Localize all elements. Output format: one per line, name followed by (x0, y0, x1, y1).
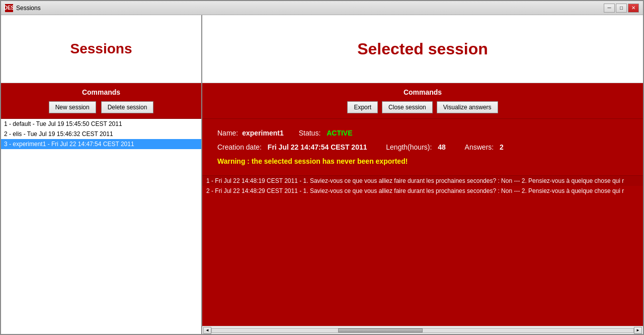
close-button[interactable]: ✕ (628, 4, 639, 13)
close-session-button[interactable]: Close session (382, 101, 433, 113)
name-label: Name: (217, 129, 238, 137)
right-commands-panel: Commands Export Close session Visualize … (202, 83, 643, 119)
restore-button[interactable]: □ (616, 4, 627, 13)
session-details: Name: experiment1 Status: ACTIVE Creatio… (202, 119, 643, 175)
answer-item[interactable]: 1 - Fri Jul 22 14:48:19 CEST 2011 - 1. S… (202, 176, 643, 186)
left-panel: Sessions Commands New session Delete ses… (1, 15, 202, 334)
answer-item[interactable]: 2 - Fri Jul 22 14:48:29 CEST 2011 - 1. S… (202, 186, 643, 196)
creation-value: Fri Jul 22 14:47:54 CEST 2011 (268, 143, 367, 151)
right-commands-label: Commands (207, 88, 638, 96)
session-list: 1 - default - Tue Jul 19 15:45:50 CEST 2… (1, 119, 201, 334)
creation-label: Creation date: (217, 143, 262, 151)
export-button[interactable]: Export (347, 101, 378, 113)
session-item[interactable]: 1 - default - Tue Jul 19 15:45:50 CEST 2… (1, 119, 201, 129)
delete-session-button[interactable]: Delete session (101, 101, 154, 113)
minimize-button[interactable]: ─ (604, 4, 615, 13)
new-session-button[interactable]: New session (49, 101, 96, 113)
name-value: experiment1 (242, 129, 283, 137)
scroll-right-button[interactable]: ► (634, 327, 642, 334)
session-item[interactable]: 2 - elis - Tue Jul 19 15:46:32 CEST 2011 (1, 129, 201, 139)
sessions-title: Sessions (70, 41, 132, 57)
answers-count-value: 2 (500, 143, 504, 151)
right-commands-buttons: Export Close session Visualize answers (207, 101, 638, 113)
left-commands-buttons: New session Delete session (6, 101, 196, 113)
session-info-dates-row: Creation date: Fri Jul 22 14:47:54 CEST … (217, 143, 628, 151)
left-commands-label: Commands (6, 88, 196, 96)
title-bar: DES Sessions ─ □ ✕ (1, 1, 643, 15)
visualize-answers-button[interactable]: Visualize answers (437, 101, 498, 113)
app-icon: DES (5, 4, 13, 12)
length-label: Length(hours): (386, 143, 432, 151)
window-controls: ─ □ ✕ (604, 4, 639, 13)
scroll-left-button[interactable]: ◄ (203, 327, 211, 334)
sessions-header: Sessions (1, 15, 201, 83)
left-commands-panel: Commands New session Delete session (1, 83, 201, 119)
selected-session-title: Selected session (357, 40, 488, 58)
warning-text: Warning : the selected session has never… (217, 157, 628, 165)
selected-session-header: Selected session (202, 15, 643, 83)
answers-label: Answers: (465, 143, 494, 151)
answers-section: 1 - Fri Jul 22 14:48:19 CEST 2011 - 1. S… (202, 175, 643, 326)
main-window: DES Sessions ─ □ ✕ Sessions Commands New… (0, 0, 644, 335)
status-label: Status: (299, 129, 321, 137)
status-value: ACTIVE (327, 129, 352, 137)
session-item-selected[interactable]: 3 - experiment1 - Fri Jul 22 14:47:54 CE… (1, 139, 201, 149)
scrollbar-track[interactable] (211, 328, 634, 333)
content-area: Sessions Commands New session Delete ses… (1, 15, 643, 334)
session-info-name-row: Name: experiment1 Status: ACTIVE (217, 129, 628, 137)
length-value: 48 (438, 143, 446, 151)
horizontal-scrollbar: ◄ ► (202, 326, 643, 334)
scrollbar-thumb[interactable] (338, 328, 423, 332)
right-panel: Selected session Commands Export Close s… (202, 15, 643, 334)
window-title: Sessions (16, 5, 604, 12)
